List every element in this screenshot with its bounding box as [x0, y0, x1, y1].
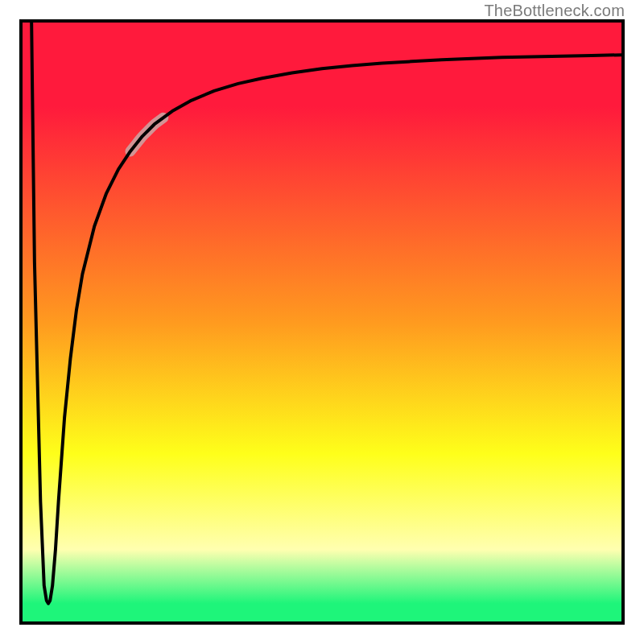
watermark-text: TheBottleneck.com — [484, 2, 625, 20]
bottleneck-chart — [23, 23, 621, 621]
gradient-background — [23, 23, 621, 621]
